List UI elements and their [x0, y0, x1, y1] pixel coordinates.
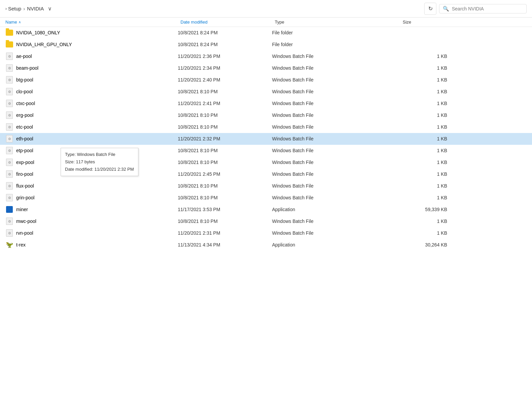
- file-list: NVIDIA_1080_ONLY 10/8/2021 8:24 PM File …: [0, 27, 532, 251]
- batch-file-icon: [6, 123, 13, 131]
- file-row[interactable]: eth-pool 11/20/2021 2:32 PM Windows Batc…: [0, 133, 532, 145]
- file-icon-container: [5, 52, 13, 60]
- file-icon-container: [5, 146, 13, 155]
- breadcrumb-current[interactable]: NVIDIA: [27, 6, 44, 11]
- file-row[interactable]: miner 11/17/2021 3:53 PM Application 59,…: [0, 204, 532, 215]
- file-row[interactable]: ae-pool 11/20/2021 2:36 PM Windows Batch…: [0, 51, 532, 62]
- file-name: t-rex: [16, 242, 178, 247]
- file-type: Windows Batch File: [272, 136, 400, 141]
- file-size: 1 KB: [400, 136, 454, 141]
- file-row[interactable]: beam-pool 11/20/2021 2:34 PM Windows Bat…: [0, 62, 532, 74]
- batch-file-icon: [6, 194, 13, 201]
- file-row[interactable]: etc-pool 10/8/2021 8:10 PM Windows Batch…: [0, 121, 532, 133]
- file-icon-container: [5, 217, 13, 225]
- file-modified: 10/8/2021 8:10 PM: [178, 219, 272, 224]
- file-row[interactable]: NVIDIA_1080_ONLY 10/8/2021 8:24 PM File …: [0, 27, 532, 39]
- breadcrumb[interactable]: › Setup › NVIDIA ∨: [5, 5, 422, 12]
- file-icon-container: [5, 194, 13, 202]
- file-type: Windows Batch File: [272, 148, 400, 153]
- file-row[interactable]: rvn-pool 11/20/2021 2:31 PM Windows Batc…: [0, 227, 532, 239]
- file-type: Windows Batch File: [272, 183, 400, 189]
- column-headers: Name ∧ Date modified Type Size: [0, 18, 532, 27]
- tooltip-date: Date modified: 11/20/2021 2:32 PM: [65, 166, 134, 173]
- file-name: eth-pool: [16, 136, 178, 141]
- file-icon-container: [5, 205, 13, 213]
- breadcrumb-dropdown-icon[interactable]: ∨: [48, 5, 52, 12]
- folder-icon: [6, 41, 13, 47]
- file-name: rvn-pool: [16, 230, 178, 236]
- batch-file-icon: [6, 53, 13, 60]
- file-icon-container: [5, 76, 13, 84]
- batch-file-icon: [6, 76, 13, 84]
- file-row[interactable]: erg-pool 10/8/2021 8:10 PM Windows Batch…: [0, 109, 532, 121]
- file-icon-container: [5, 229, 13, 237]
- file-size: 1 KB: [400, 148, 454, 153]
- file-size: 1 KB: [400, 171, 454, 177]
- file-type: Windows Batch File: [272, 160, 400, 165]
- file-row[interactable]: flux-pool 10/8/2021 8:10 PM Windows Batc…: [0, 180, 532, 192]
- file-type: Application: [272, 207, 400, 212]
- file-size: 1 KB: [400, 219, 454, 224]
- file-icon-container: [5, 123, 13, 131]
- file-type: Windows Batch File: [272, 230, 400, 236]
- file-modified: 10/8/2021 8:10 PM: [178, 124, 272, 130]
- file-modified: 11/20/2021 2:40 PM: [178, 77, 272, 82]
- file-modified: 11/20/2021 2:41 PM: [178, 101, 272, 106]
- file-row[interactable]: NVIDIA_LHR_GPU_ONLY 10/8/2021 8:24 PM Fi…: [0, 39, 532, 51]
- file-name: clo-pool: [16, 89, 178, 94]
- file-type: Windows Batch File: [272, 112, 400, 118]
- search-icon: 🔍: [443, 6, 449, 12]
- file-row[interactable]: btg-pool 11/20/2021 2:40 PM Windows Batc…: [0, 74, 532, 86]
- col-header-name[interactable]: Name ∧: [5, 20, 180, 25]
- file-size: 1 KB: [400, 101, 454, 106]
- file-type: Windows Batch File: [272, 195, 400, 200]
- file-row[interactable]: mwc-pool 10/8/2021 8:10 PM Windows Batch…: [0, 215, 532, 227]
- col-header-size[interactable]: Size: [403, 20, 457, 25]
- file-size: 1 KB: [400, 77, 454, 82]
- search-input[interactable]: [452, 6, 523, 11]
- file-icon-container: [5, 158, 13, 166]
- file-row[interactable]: grin-pool 10/8/2021 8:10 PM Windows Batc…: [0, 192, 532, 204]
- file-row[interactable]: ctxc-pool 11/20/2021 2:41 PM Windows Bat…: [0, 98, 532, 109]
- file-row[interactable]: 🦖 t-rex 11/13/2021 4:34 PM Application 3…: [0, 239, 532, 251]
- breadcrumb-setup[interactable]: Setup: [8, 6, 21, 11]
- file-type: File folder: [272, 42, 400, 47]
- batch-file-icon: [6, 159, 13, 166]
- file-type: Windows Batch File: [272, 101, 400, 106]
- tooltip-size: Size: 117 bytes: [65, 158, 134, 166]
- file-modified: 10/8/2021 8:24 PM: [178, 42, 272, 47]
- file-name: etc-pool: [16, 124, 178, 130]
- file-row[interactable]: clo-pool 10/8/2021 8:10 PM Windows Batch…: [0, 86, 532, 98]
- batch-file-icon: [6, 218, 13, 225]
- file-type: Windows Batch File: [272, 171, 400, 177]
- folder-icon: [6, 30, 13, 36]
- file-modified: 10/8/2021 8:24 PM: [178, 30, 272, 35]
- file-name: NVIDIA_1080_ONLY: [16, 30, 178, 35]
- file-type: Windows Batch File: [272, 54, 400, 59]
- file-modified: 11/17/2021 3:53 PM: [178, 207, 272, 212]
- file-name: erg-pool: [16, 112, 178, 118]
- file-type: Windows Batch File: [272, 89, 400, 94]
- batch-file-icon: [6, 147, 13, 154]
- file-modified: 10/8/2021 8:10 PM: [178, 195, 272, 200]
- search-box[interactable]: 🔍: [439, 4, 527, 13]
- file-size: 1 KB: [400, 124, 454, 130]
- file-tooltip: Type: Windows Batch File Size: 117 bytes…: [61, 148, 138, 176]
- file-modified: 10/8/2021 8:10 PM: [178, 183, 272, 189]
- file-name: flux-pool: [16, 183, 178, 189]
- file-modified: 10/8/2021 8:10 PM: [178, 148, 272, 153]
- refresh-button[interactable]: ↻: [424, 3, 436, 15]
- file-icon-container: [5, 64, 13, 72]
- file-size: 1 KB: [400, 54, 454, 59]
- file-modified: 11/20/2021 2:45 PM: [178, 171, 272, 177]
- file-size: 30,264 KB: [400, 242, 454, 247]
- sort-arrow-name: ∧: [19, 20, 21, 24]
- address-bar: › Setup › NVIDIA ∨ ↻ 🔍: [0, 0, 532, 18]
- file-modified: 10/8/2021 8:10 PM: [178, 89, 272, 94]
- file-modified: 11/20/2021 2:34 PM: [178, 65, 272, 71]
- file-modified: 11/20/2021 2:31 PM: [178, 230, 272, 236]
- batch-file-icon: [6, 64, 13, 72]
- col-header-type[interactable]: Type: [275, 20, 403, 25]
- col-header-modified[interactable]: Date modified: [180, 20, 275, 25]
- file-name: miner: [16, 207, 178, 212]
